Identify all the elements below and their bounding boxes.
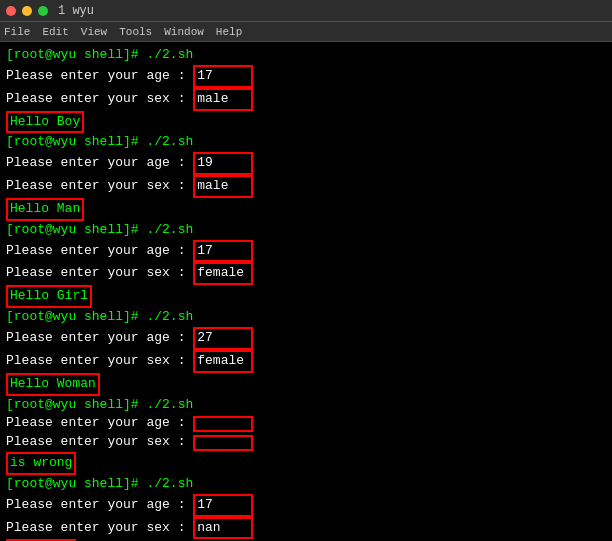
menu-edit[interactable]: Edit	[42, 26, 68, 38]
dot-green	[38, 6, 48, 16]
result-line-3: Hello Woman	[6, 373, 606, 396]
window-title: 1 wyu	[58, 4, 94, 18]
menu-tools[interactable]: Tools	[119, 26, 152, 38]
input-line-1-0: Please enter your age : 19	[6, 152, 606, 175]
result-line-0: Hello Boy	[6, 111, 606, 134]
terminal[interactable]: [root@wyu shell]# ./2.shPlease enter you…	[0, 42, 612, 541]
menu-window[interactable]: Window	[164, 26, 204, 38]
input-line-3-1: Please enter your sex : female	[6, 350, 606, 373]
dot-yellow	[22, 6, 32, 16]
input-line-5-1: Please enter your sex : nan	[6, 517, 606, 540]
prompt-line-5: [root@wyu shell]# ./2.sh	[6, 475, 606, 494]
prompt-line-3: [root@wyu shell]# ./2.sh	[6, 308, 606, 327]
input-line-1-1: Please enter your sex : male	[6, 175, 606, 198]
input-line-4-1: Please enter your sex :	[6, 433, 606, 452]
menu-view[interactable]: View	[81, 26, 107, 38]
input-line-5-0: Please enter your age : 17	[6, 494, 606, 517]
result-line-1: Hello Man	[6, 198, 606, 221]
menu-bar: File Edit View Tools Window Help	[0, 22, 612, 42]
menu-help[interactable]: Help	[216, 26, 242, 38]
result-line-2: Hello Girl	[6, 285, 606, 308]
input-line-3-0: Please enter your age : 27	[6, 327, 606, 350]
prompt-line-2: [root@wyu shell]# ./2.sh	[6, 221, 606, 240]
window-titlebar: 1 wyu	[0, 0, 612, 22]
input-line-2-0: Please enter your age : 17	[6, 240, 606, 263]
prompt-line-1: [root@wyu shell]# ./2.sh	[6, 133, 606, 152]
prompt-line-4: [root@wyu shell]# ./2.sh	[6, 396, 606, 415]
menu-file[interactable]: File	[4, 26, 30, 38]
input-line-4-0: Please enter your age :	[6, 414, 606, 433]
prompt-line-0: [root@wyu shell]# ./2.sh	[6, 46, 606, 65]
input-line-2-1: Please enter your sex : female	[6, 262, 606, 285]
result-line-4: is wrong	[6, 452, 606, 475]
input-line-0-1: Please enter your sex : male	[6, 88, 606, 111]
input-line-0-0: Please enter your age : 17	[6, 65, 606, 88]
dot-red	[6, 6, 16, 16]
